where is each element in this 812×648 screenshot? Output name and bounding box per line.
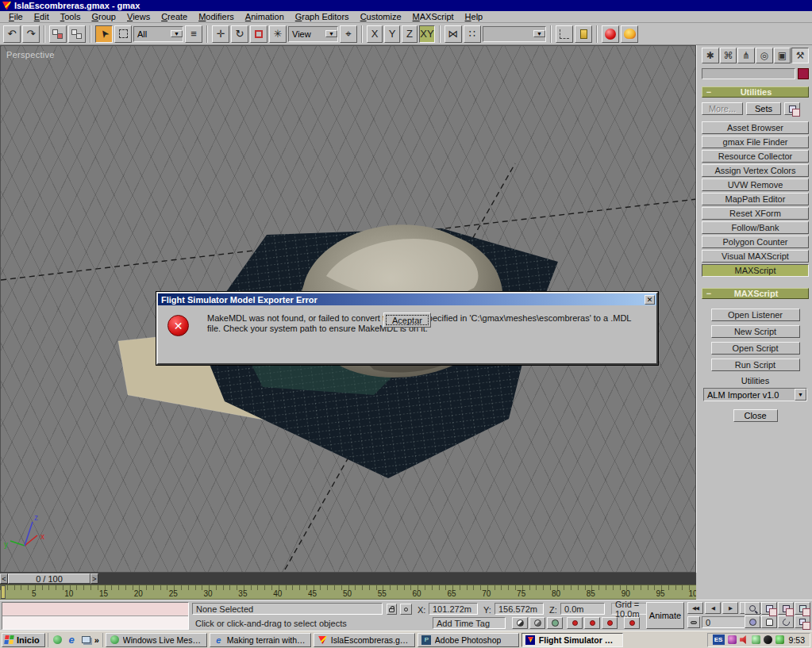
utilities-rollout-header[interactable]: − Utilities bbox=[702, 86, 809, 98]
aceptar-button[interactable]: Aceptar bbox=[383, 312, 431, 328]
dialog-close-button[interactable]: ✕ bbox=[645, 295, 655, 305]
object-color-swatch[interactable] bbox=[798, 68, 809, 79]
shade-toggle-button[interactable] bbox=[512, 617, 528, 629]
current-frame-field[interactable]: 0 bbox=[702, 616, 748, 628]
menu-item[interactable]: Create bbox=[156, 11, 193, 22]
utility-button[interactable]: Asset Browser bbox=[702, 121, 809, 134]
tab-display[interactable]: ▣ bbox=[774, 48, 791, 63]
menu-item[interactable]: Tools bbox=[55, 11, 87, 22]
utility-button[interactable]: gmax File Finder bbox=[702, 136, 809, 148]
key-filter-button-1[interactable] bbox=[567, 617, 583, 629]
select-and-rotate-button[interactable]: ↻ bbox=[231, 25, 248, 43]
volume-icon[interactable] bbox=[740, 635, 749, 644]
menu-item[interactable]: Customize bbox=[355, 11, 407, 22]
utility-config-button[interactable] bbox=[784, 102, 800, 115]
menu-item[interactable]: Modifiers bbox=[193, 11, 240, 22]
coordinate-system-dropdown[interactable]: View ▼ bbox=[288, 26, 338, 42]
desktop-quick-icon[interactable] bbox=[80, 634, 92, 646]
previous-frame-arrow[interactable]: < bbox=[0, 573, 8, 584]
selection-filter-dropdown[interactable]: All ▼ bbox=[133, 26, 183, 42]
tray-icon-2[interactable] bbox=[775, 635, 784, 644]
tab-hierarchy[interactable]: ⋔ bbox=[737, 48, 755, 63]
menu-item[interactable]: File bbox=[3, 11, 29, 22]
pan-button[interactable] bbox=[761, 615, 777, 628]
taskbar-task-fs-error[interactable]: Flight Simulator Mode... bbox=[521, 633, 623, 647]
utility-button[interactable]: MapPath Editor bbox=[702, 193, 809, 205]
script-button[interactable]: Run Script bbox=[711, 359, 800, 371]
render-last-toggle-button[interactable] bbox=[547, 617, 563, 629]
time-slider-handle[interactable]: 0 / 100 bbox=[8, 573, 90, 584]
taskbar-task-photoshop[interactable]: P Adobe Photoshop bbox=[418, 633, 519, 647]
key-filter-button-4[interactable] bbox=[624, 617, 640, 629]
select-and-move-button[interactable]: ✛ bbox=[212, 25, 229, 43]
listener-pane[interactable] bbox=[2, 616, 188, 629]
play-button[interactable]: ▶ bbox=[722, 602, 738, 614]
zoom-extents-button[interactable] bbox=[778, 602, 794, 615]
select-and-scale-button[interactable] bbox=[250, 25, 267, 43]
zoom-extents-all-button[interactable] bbox=[795, 602, 810, 615]
menu-item[interactable]: Graph Editors bbox=[290, 11, 355, 22]
go-to-start-button[interactable]: ◀◀ bbox=[687, 602, 703, 614]
antivirus-icon[interactable] bbox=[764, 635, 772, 644]
close-utility-button[interactable]: Close bbox=[733, 409, 778, 422]
time-slider-track[interactable]: < 0 / 100 > bbox=[0, 573, 696, 585]
previous-key-button[interactable]: ◀ bbox=[705, 602, 721, 614]
script-button[interactable]: Open Script bbox=[711, 342, 800, 355]
render-button[interactable] bbox=[621, 25, 638, 43]
select-by-name-button[interactable]: ≡ bbox=[185, 25, 202, 43]
mirror-button[interactable]: ⋈ bbox=[444, 25, 462, 43]
x-coordinate-field[interactable]: 101.272m bbox=[429, 603, 478, 615]
use-pivot-center-button[interactable]: ⌖ bbox=[340, 25, 357, 43]
next-frame-arrow[interactable]: > bbox=[90, 573, 98, 584]
select-object-button[interactable]: ➤ bbox=[95, 25, 113, 43]
add-time-tag-field[interactable]: Add Time Tag bbox=[433, 617, 506, 629]
track-bar[interactable]: 5101520253035404550556065707580859095100 bbox=[0, 585, 696, 600]
field-of-view-button[interactable] bbox=[745, 615, 760, 628]
macro-recorder-pane[interactable] bbox=[2, 603, 188, 616]
redo-button[interactable]: ↷ bbox=[22, 25, 40, 43]
utility-button[interactable]: Visual MAXScript bbox=[702, 250, 809, 263]
selection-lock-toggle[interactable] bbox=[387, 604, 397, 615]
zoom-button[interactable] bbox=[745, 602, 760, 615]
script-button[interactable]: Open Listener bbox=[711, 309, 800, 321]
undo-button[interactable]: ↶ bbox=[3, 25, 21, 43]
schematic-view-button[interactable] bbox=[575, 25, 592, 43]
object-name-field[interactable] bbox=[702, 68, 795, 79]
more-button[interactable]: More... bbox=[702, 102, 743, 115]
taskbar-task-browser[interactable]: e Making terrain with GMa... bbox=[210, 633, 311, 647]
animate-button[interactable]: Animate bbox=[646, 602, 684, 629]
tray-icon-1[interactable] bbox=[728, 635, 737, 644]
track-view-button[interactable] bbox=[556, 25, 573, 43]
manipulate-button[interactable]: ✳ bbox=[269, 25, 287, 43]
restrict-x-button[interactable]: X bbox=[367, 25, 383, 43]
utility-button[interactable]: Resource Collector bbox=[702, 150, 809, 163]
y-coordinate-field[interactable]: 156.572m bbox=[495, 603, 544, 615]
key-filter-button-2[interactable] bbox=[584, 617, 600, 629]
maxscript-utilities-dropdown[interactable]: ALM Importer v1.0 ▼ bbox=[703, 388, 807, 401]
unlink-button[interactable] bbox=[68, 25, 86, 43]
restrict-xy-plane-button[interactable]: XY bbox=[419, 25, 435, 43]
taskbar-task-messenger[interactable]: Windows Live Messenger bbox=[106, 633, 207, 647]
z-coordinate-field[interactable]: 0.0m bbox=[560, 603, 605, 615]
script-button[interactable]: New Script bbox=[711, 325, 800, 338]
frame-zero-marker[interactable] bbox=[1, 585, 6, 599]
key-mode-toggle[interactable] bbox=[687, 616, 700, 628]
align-button[interactable]: ∷ bbox=[464, 25, 481, 43]
maxscript-rollout-header[interactable]: − MAXScript bbox=[702, 288, 809, 299]
menu-item[interactable]: Group bbox=[86, 11, 121, 22]
messenger-tray-icon[interactable] bbox=[752, 635, 760, 644]
material-editor-button[interactable] bbox=[602, 25, 619, 43]
internet-explorer-icon[interactable]: e bbox=[66, 634, 78, 646]
tab-utilities[interactable]: ⚒ bbox=[791, 48, 809, 63]
absolute-mode-toggle[interactable] bbox=[400, 604, 412, 615]
tab-motion[interactable]: ◎ bbox=[756, 48, 773, 63]
tab-modify[interactable]: ⌘ bbox=[720, 48, 737, 63]
quick-launch-overflow[interactable]: » bbox=[94, 635, 99, 645]
utility-button[interactable]: UVW Remove bbox=[702, 178, 809, 191]
arc-rotate-button[interactable] bbox=[778, 615, 794, 628]
key-filter-button-3[interactable] bbox=[602, 617, 618, 629]
min-max-toggle-button[interactable] bbox=[795, 615, 810, 628]
utility-button[interactable]: Polygon Counter bbox=[702, 236, 809, 248]
taskbar-task-gmax[interactable]: IslaEscombreras.gmax - ... bbox=[314, 633, 415, 647]
utility-button[interactable]: MAXScript bbox=[702, 264, 809, 277]
